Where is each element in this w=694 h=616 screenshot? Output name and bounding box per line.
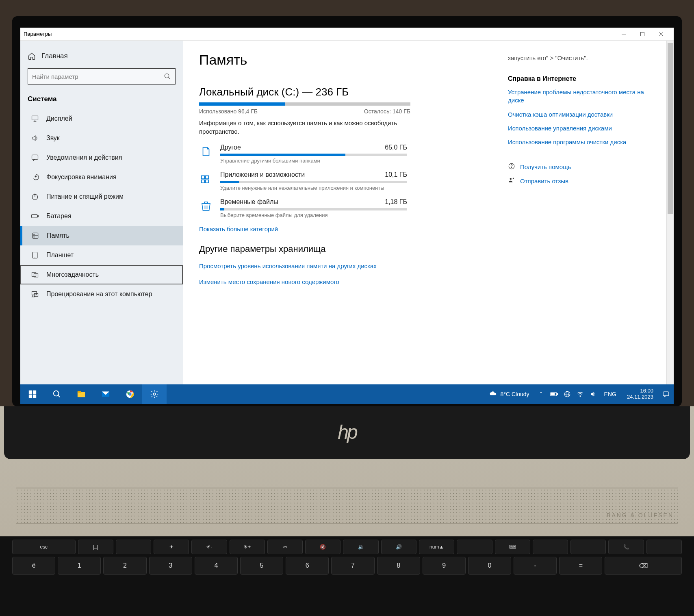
key-fn8: 🔉 — [343, 540, 378, 554]
tray-chevron-icon[interactable]: ˄ — [537, 391, 546, 397]
help-link[interactable]: Очистка кэша оптимизации доставки — [508, 111, 646, 119]
sidebar-item-focus[interactable]: Фокусировка внимания — [20, 167, 183, 187]
svg-rect-13 — [32, 215, 37, 218]
category-size: 65,0 ГБ — [385, 144, 407, 151]
tray-wifi-icon[interactable] — [576, 390, 585, 398]
key-2: 2 — [103, 557, 146, 575]
laptop-chassis: hp BANG & OLUFSEN esc|□|✈☀-☀+✂🔇🔉🔊num▲⌨📞 … — [0, 406, 694, 616]
show-more-categories-link[interactable]: Показать больше категорий — [199, 226, 484, 232]
other-storage-link[interactable]: Просмотреть уровень использования памяти… — [199, 262, 484, 269]
sidebar-item-display[interactable]: Дисплей — [20, 109, 183, 128]
tray-network-icon[interactable] — [563, 390, 572, 398]
sidebar-item-label: Планшет — [46, 252, 74, 259]
sidebar-item-sound[interactable]: Звук — [20, 128, 183, 148]
disk-free-label: Осталось: 140 ГБ — [364, 108, 410, 115]
sidebar-item-multitask[interactable]: Многозадачность — [20, 265, 183, 284]
minimize-button[interactable] — [614, 28, 633, 41]
svg-rect-41 — [78, 391, 81, 393]
sidebar-item-label: Память — [47, 232, 69, 239]
key-fn13 — [533, 540, 568, 554]
key-fn6: ✂ — [267, 540, 303, 554]
feedback-label: Отправить отзыв — [520, 178, 568, 184]
sidebar-item-label: Дисплей — [46, 115, 72, 122]
key-ё: ё — [12, 557, 55, 575]
key--: - — [514, 557, 557, 575]
sidebar-item-storage[interactable]: Память — [20, 226, 183, 245]
svg-rect-25 — [202, 176, 205, 179]
category-label: Приложения и возможности — [220, 171, 305, 178]
storage-category-temp[interactable]: Временные файлы1,18 ГБВыберите временные… — [199, 198, 484, 218]
other-storage-link[interactable]: Изменить место сохранения нового содержи… — [199, 278, 484, 285]
close-button[interactable] — [652, 28, 670, 41]
storage-description: Информация о том, как используется памят… — [199, 119, 410, 136]
key-fn10: num▲ — [419, 540, 454, 554]
help-link[interactable]: Устранение проблемы недостаточного места… — [508, 88, 646, 105]
svg-point-52 — [580, 396, 581, 397]
svg-rect-27 — [202, 180, 205, 183]
tray-action-center-icon[interactable] — [661, 390, 670, 398]
disk-usage-bar — [199, 102, 410, 106]
sidebar-item-label: Уведомления и действия — [46, 154, 122, 161]
get-help-link[interactable]: Получить помощь — [508, 163, 646, 171]
sidebar-item-power[interactable]: Питание и спящий режим — [20, 187, 183, 206]
task-chrome-icon[interactable] — [118, 384, 142, 404]
notify-icon — [31, 154, 39, 162]
key-fn14 — [570, 540, 606, 554]
category-sub: Удалите ненужные или нежелательные прило… — [220, 185, 407, 191]
category-size: 1,18 ГБ — [385, 198, 407, 206]
tray-language[interactable]: ENG — [602, 391, 619, 397]
key-fn16 — [646, 540, 682, 554]
task-settings-icon[interactable] — [142, 384, 167, 404]
sidebar-item-notify[interactable]: Уведомления и действия — [20, 148, 183, 167]
other-storage-heading: Другие параметры хранилища — [199, 244, 484, 254]
taskbar-weather[interactable]: 8°C Cloudy — [489, 390, 537, 398]
sidebar-item-project[interactable]: Проецирование на этот компьютер — [20, 284, 183, 304]
help-link[interactable]: Использование программы очистки диска — [508, 138, 646, 146]
svg-point-38 — [54, 391, 59, 396]
feedback-link[interactable]: Отправить отзыв — [508, 177, 646, 185]
category-label: Временные файлы — [220, 198, 278, 206]
key-9: 9 — [423, 557, 466, 575]
tray-battery-icon[interactable] — [550, 391, 559, 397]
disk-used-label: Использовано 96,4 ГБ — [199, 108, 258, 115]
task-search-icon[interactable] — [45, 384, 69, 404]
task-mail-icon[interactable] — [93, 384, 118, 404]
svg-rect-48 — [551, 393, 554, 395]
category-sub: Управление другими большими папками — [220, 158, 407, 164]
storage-category-other[interactable]: Другое65,0 ГБУправление другими большими… — [199, 144, 484, 164]
home-link[interactable]: Главная — [20, 48, 183, 64]
maximize-button[interactable] — [633, 28, 652, 41]
key-7: 7 — [331, 557, 374, 575]
sidebar-item-battery[interactable]: Батарея — [20, 206, 183, 226]
svg-rect-37 — [33, 395, 36, 398]
tray-volume-icon[interactable] — [589, 390, 598, 398]
svg-point-18 — [34, 237, 35, 238]
battery-icon — [31, 212, 39, 220]
taskbar-clock[interactable]: 16:00 24.11.2023 — [623, 388, 657, 400]
sidebar-item-label: Проецирование на этот компьютер — [46, 291, 152, 298]
scrollbar-thumb[interactable] — [668, 43, 673, 214]
search-box[interactable] — [28, 68, 176, 85]
other-icon — [199, 145, 213, 158]
svg-rect-14 — [38, 215, 39, 217]
vertical-scrollbar[interactable] — [666, 41, 674, 384]
taskbar-time: 16:00 — [627, 388, 653, 394]
svg-rect-36 — [29, 395, 32, 398]
search-icon — [164, 73, 171, 80]
key-5: 5 — [240, 557, 283, 575]
svg-rect-6 — [32, 116, 38, 120]
search-input[interactable] — [32, 73, 164, 80]
key-fn7: 🔇 — [305, 540, 340, 554]
tablet-icon — [31, 251, 39, 259]
sidebar-item-label: Звук — [46, 134, 60, 142]
home-icon — [28, 52, 36, 60]
svg-point-33 — [510, 178, 512, 180]
task-explorer-icon[interactable] — [69, 384, 93, 404]
start-button[interactable] — [20, 384, 45, 404]
help-icon — [508, 163, 515, 171]
key-fn1: |□| — [78, 540, 113, 554]
key-1: 1 — [58, 557, 101, 575]
help-link[interactable]: Использование управления дисками — [508, 124, 646, 132]
storage-category-apps[interactable]: Приложения и возможности10,1 ГБУдалите н… — [199, 171, 484, 191]
sidebar-item-tablet[interactable]: Планшет — [20, 245, 183, 265]
